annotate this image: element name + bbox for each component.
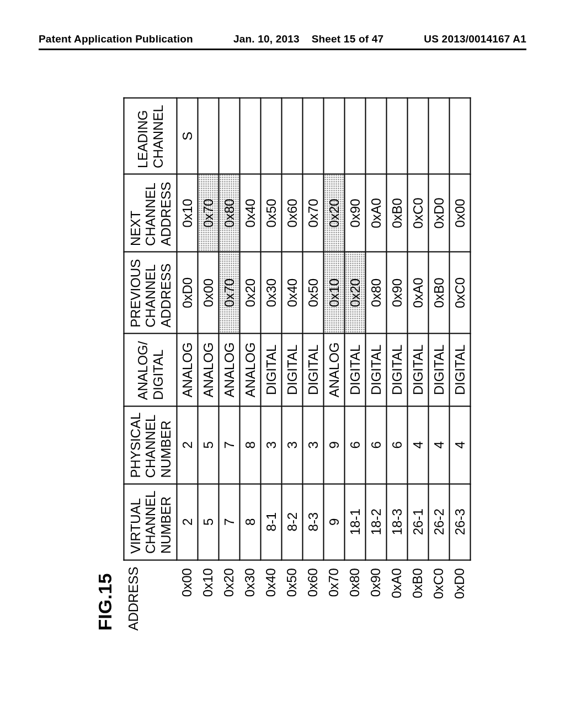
cell-next-addr: 0x00 — [450, 174, 471, 252]
cell-physical: 9 — [324, 406, 345, 484]
cell-next-addr: 0xA0 — [366, 174, 387, 252]
address-cell: 0xA0 — [386, 560, 407, 630]
cell-virtual: 8-2 — [282, 484, 303, 560]
cell-physical: 6 — [387, 406, 408, 484]
col-next-addr: NEXT CHANNEL ADDRESS — [124, 174, 177, 252]
col-analog-digital: ANALOG/ DIGITAL — [124, 334, 177, 406]
cell-prev-addr: 0x80 — [366, 252, 387, 334]
cell-next-addr: 0xD0 — [429, 174, 450, 252]
table-row: 18-16DIGITAL0x200x90 — [345, 98, 366, 560]
cell-next-addr: 0x10 — [177, 174, 198, 252]
header-rule — [39, 49, 526, 50]
channel-table: VIRTUAL CHANNEL NUMBER PHYSICAL CHANNEL … — [124, 97, 471, 560]
cell-analog-digital: ANALOG — [324, 334, 345, 406]
cell-virtual: 5 — [198, 484, 219, 560]
table-row: 55ANALOG0x000x70 — [198, 98, 219, 560]
cell-physical: 4 — [450, 406, 471, 484]
cell-analog-digital: DIGITAL — [387, 334, 408, 406]
cell-prev-addr: 0x10 — [324, 252, 345, 334]
address-cell: 0x50 — [281, 560, 302, 630]
address-cell: 0x10 — [198, 560, 218, 630]
cell-virtual: 8-1 — [261, 484, 282, 560]
cell-prev-addr: 0xC0 — [450, 252, 471, 334]
table-row: 26-24DIGITAL0xB00xD0 — [429, 98, 450, 560]
cell-prev-addr: 0xD0 — [177, 252, 198, 334]
cell-next-addr: 0x50 — [261, 174, 282, 252]
cell-leading — [198, 98, 219, 174]
cell-leading — [345, 98, 366, 174]
col-prev-addr: PREVIOUS CHANNEL ADDRESS — [124, 252, 177, 334]
cell-prev-addr: 0x90 — [387, 252, 408, 334]
table-row: 22ANALOG0xD00x10S — [177, 98, 198, 560]
cell-analog-digital: DIGITAL — [429, 334, 450, 406]
table-row: 18-26DIGITAL0x800xA0 — [366, 98, 387, 560]
cell-analog-digital: ANALOG — [219, 334, 240, 406]
table-row: 8-13DIGITAL0x300x50 — [261, 98, 282, 560]
cell-next-addr: 0x60 — [282, 174, 303, 252]
cell-prev-addr: 0xB0 — [429, 252, 450, 334]
cell-physical: 7 — [219, 406, 240, 484]
cell-next-addr: 0xC0 — [408, 174, 429, 252]
cell-prev-addr: 0x20 — [345, 252, 366, 334]
cell-physical: 6 — [345, 406, 366, 484]
cell-physical: 3 — [261, 406, 282, 484]
cell-analog-digital: DIGITAL — [450, 334, 471, 406]
cell-leading — [408, 98, 429, 174]
header-pubnum: US 2013/0014167 A1 — [424, 33, 526, 45]
table-row: 99ANALOG0x100x20 — [324, 98, 345, 560]
cell-physical: 2 — [177, 406, 198, 484]
address-cell: 0x30 — [239, 560, 260, 630]
address-header: ADDRESS — [124, 560, 177, 630]
col-physical: PHYSICAL CHANNEL NUMBER — [124, 406, 177, 484]
table-row: 26-14DIGITAL0xA00xC0 — [408, 98, 429, 560]
address-cell: 0x20 — [218, 560, 239, 630]
cell-analog-digital: ANALOG — [198, 334, 219, 406]
cell-prev-addr: 0x70 — [219, 252, 240, 334]
cell-leading — [450, 98, 471, 174]
header-center: Jan. 10, 2013 Sheet 15 of 47 — [233, 33, 383, 45]
cell-virtual: 26-3 — [450, 484, 471, 560]
cell-physical: 5 — [198, 406, 219, 484]
cell-leading — [240, 98, 261, 174]
figure-container: FIG.15 ADDRESS 0x000x100x200x300x400x500… — [94, 97, 471, 630]
cell-leading — [387, 98, 408, 174]
table-row: 8-23DIGITAL0x400x60 — [282, 98, 303, 560]
cell-physical: 6 — [366, 406, 387, 484]
cell-virtual: 8 — [240, 484, 261, 560]
cell-virtual: 26-1 — [408, 484, 429, 560]
cell-leading — [303, 98, 324, 174]
cell-prev-addr: 0x20 — [240, 252, 261, 334]
cell-leading — [282, 98, 303, 174]
cell-virtual: 18-3 — [387, 484, 408, 560]
cell-physical: 4 — [408, 406, 429, 484]
header-left: Patent Application Publication — [39, 33, 193, 45]
cell-prev-addr: 0x00 — [198, 252, 219, 334]
cell-next-addr: 0x90 — [345, 174, 366, 252]
cell-physical: 3 — [303, 406, 324, 484]
cell-prev-addr: 0x40 — [282, 252, 303, 334]
cell-virtual: 2 — [177, 484, 198, 560]
address-cell: 0x60 — [302, 560, 323, 630]
cell-analog-digital: DIGITAL — [303, 334, 324, 406]
cell-next-addr: 0xB0 — [387, 174, 408, 252]
cell-next-addr: 0x70 — [303, 174, 324, 252]
cell-analog-digital: ANALOG — [177, 334, 198, 406]
cell-analog-digital: DIGITAL — [366, 334, 387, 406]
cell-virtual: 8-3 — [303, 484, 324, 560]
address-cell: 0x90 — [365, 560, 386, 630]
table-row: 26-34DIGITAL0xC00x00 — [450, 98, 471, 560]
cell-leading — [261, 98, 282, 174]
table-header-row: VIRTUAL CHANNEL NUMBER PHYSICAL CHANNEL … — [124, 98, 177, 560]
col-virtual: VIRTUAL CHANNEL NUMBER — [124, 484, 177, 560]
address-cell: 0xB0 — [407, 560, 428, 630]
figure-label: FIG.15 — [94, 97, 116, 630]
cell-leading — [324, 98, 345, 174]
cell-analog-digital: ANALOG — [240, 334, 261, 406]
header-sheet: Sheet 15 of 47 — [312, 33, 384, 45]
cell-physical: 3 — [282, 406, 303, 484]
cell-analog-digital: DIGITAL — [408, 334, 429, 406]
cell-next-addr: 0x80 — [219, 174, 240, 252]
cell-leading: S — [177, 98, 198, 174]
cell-prev-addr: 0xA0 — [408, 252, 429, 334]
cell-virtual: 18-2 — [366, 484, 387, 560]
